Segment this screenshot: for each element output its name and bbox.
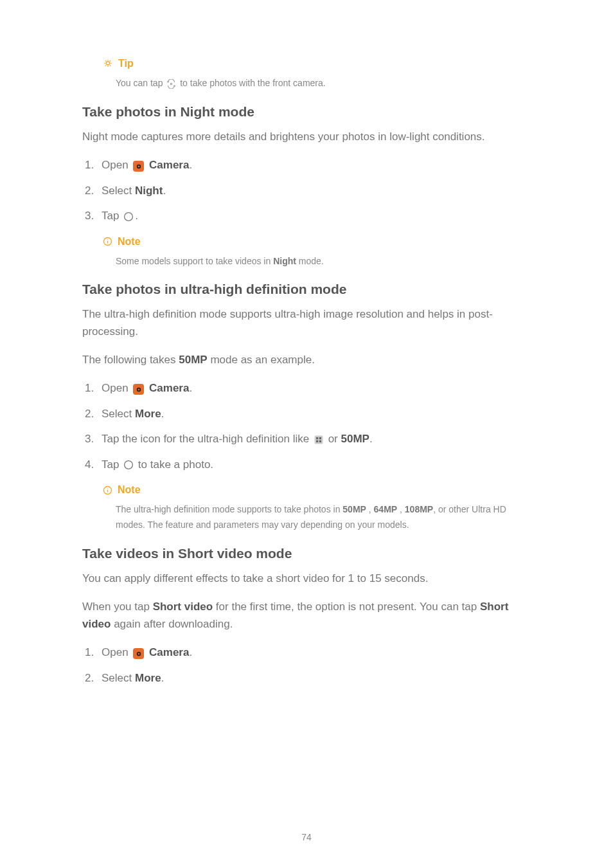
svg-line-8: [110, 65, 111, 66]
svg-point-28: [138, 653, 139, 655]
desc-short-1: You can apply different effects to take …: [82, 570, 531, 587]
desc-uhd-2: The following takes 50MP mode as an exam…: [82, 352, 531, 368]
svg-point-0: [106, 62, 109, 65]
step-text: Open: [102, 646, 131, 658]
step-text: Select: [102, 408, 135, 420]
note-bold: 108MP: [405, 504, 433, 514]
camera-app-icon: [133, 648, 144, 659]
step-text: Tap the icon for the ultra-high definiti…: [102, 433, 312, 445]
note-bold: 64MP: [374, 504, 398, 514]
steps-short-video: Open Camera. Select More.: [82, 644, 531, 686]
shutter-icon: [123, 212, 134, 222]
step-text: Tap: [102, 458, 122, 471]
note-header: Note: [102, 236, 531, 248]
lightbulb-icon: [103, 59, 113, 69]
step-post: .: [189, 159, 192, 171]
page-number: 74: [0, 832, 613, 842]
info-icon: [103, 237, 112, 246]
step-post: .: [369, 433, 373, 445]
step-bold: Camera: [149, 382, 189, 394]
camera-app-icon: [133, 161, 144, 172]
heading-short-video: Take videos in Short video mode: [82, 546, 531, 561]
desc-short-2: When you tap Short video for the first t…: [82, 599, 531, 633]
step-bold: Night: [135, 185, 163, 197]
step-mid: or: [325, 433, 341, 445]
step-post: .: [189, 646, 192, 658]
step-bold: 50MP: [341, 433, 369, 445]
note-bold: 50MP: [342, 504, 366, 514]
desc-pre: The following takes: [82, 354, 179, 366]
camera-app-icon: [133, 384, 144, 395]
tip-block: Tip You can tap to take photos with the …: [102, 58, 531, 91]
desc-mid: for the first time, the option is not pr…: [213, 601, 480, 613]
svg-rect-21: [316, 440, 318, 442]
note-part: ,: [366, 504, 374, 514]
svg-point-17: [138, 389, 139, 391]
note-part: ,: [397, 504, 405, 514]
steps-uhd-mode: Open Camera. Select More. Tap the icon f…: [82, 380, 531, 473]
svg-rect-20: [319, 437, 321, 439]
svg-point-23: [125, 461, 133, 469]
step-post: .: [163, 185, 166, 197]
desc-bold: 50MP: [179, 354, 207, 366]
tip-header: Tip: [102, 58, 531, 69]
tip-label: Tip: [118, 58, 134, 69]
list-item: Select More.: [82, 406, 531, 422]
step-bold: Camera: [149, 646, 189, 658]
step-bold: Camera: [149, 159, 189, 171]
list-item: Select More.: [82, 670, 531, 687]
note-label: Note: [118, 484, 141, 496]
desc-post: mode as an example.: [208, 354, 315, 366]
step-post: to take a photo.: [135, 458, 213, 471]
note-post: mode.: [296, 256, 324, 266]
svg-rect-19: [316, 437, 318, 439]
note-part: The ultra-high definition mode supports …: [116, 504, 342, 514]
list-item: Open Camera.: [82, 644, 531, 661]
svg-point-11: [138, 165, 139, 167]
heading-night-mode: Take photos in Night mode: [82, 104, 531, 120]
note-header: Note: [102, 484, 531, 496]
desc-post: again after downloading.: [111, 618, 233, 630]
desc-pre: When you tap: [82, 601, 153, 613]
step-post: .: [161, 672, 164, 684]
note-block: Note Some models support to take videos …: [102, 236, 531, 269]
note-block: Note The ultra-high definition mode supp…: [102, 484, 531, 533]
step-text: Select: [102, 185, 135, 197]
note-bold: Night: [273, 256, 296, 266]
desc-uhd-1: The ultra-high definition mode supports …: [82, 306, 531, 340]
step-bold: More: [135, 408, 161, 420]
svg-line-7: [105, 65, 106, 66]
svg-rect-22: [319, 440, 321, 442]
svg-point-9: [171, 83, 173, 85]
step-text: Select: [102, 672, 135, 684]
step-text: Open: [102, 159, 131, 171]
list-item: Tap the icon for the ultra-high definiti…: [82, 431, 531, 448]
note-body: Some models support to take videos in Ni…: [116, 254, 531, 269]
info-icon: [103, 485, 112, 495]
tip-body: You can tap to take photos with the fron…: [116, 76, 531, 91]
steps-night-mode: Open Camera. Select Night. Tap .: [82, 157, 531, 224]
note-body: The ultra-high definition mode supports …: [116, 502, 531, 533]
heading-uhd-mode: Take photos in ultra-high definition mod…: [82, 282, 531, 297]
switch-camera-icon: [166, 79, 176, 89]
list-item: Tap .: [82, 208, 531, 224]
tip-text-pre: You can tap: [116, 78, 165, 88]
list-item: Tap to take a photo.: [82, 457, 531, 473]
shutter-icon: [123, 460, 134, 470]
step-bold: More: [135, 672, 161, 684]
svg-rect-18: [315, 436, 323, 444]
tip-text-post: to take photos with the front camera.: [180, 78, 325, 88]
svg-line-5: [105, 60, 106, 61]
step-text: Open: [102, 382, 131, 394]
step-post: .: [161, 408, 164, 420]
list-item: Open Camera.: [82, 380, 531, 397]
desc-night-mode: Night mode captures more details and bri…: [82, 129, 531, 145]
step-post: .: [189, 382, 192, 394]
desc-bold: Short video: [153, 601, 213, 613]
list-item: Select Night.: [82, 183, 531, 199]
svg-point-12: [125, 212, 133, 221]
step-post: .: [135, 210, 138, 222]
list-item: Open Camera.: [82, 157, 531, 174]
svg-line-6: [110, 60, 111, 61]
note-label: Note: [118, 236, 141, 248]
